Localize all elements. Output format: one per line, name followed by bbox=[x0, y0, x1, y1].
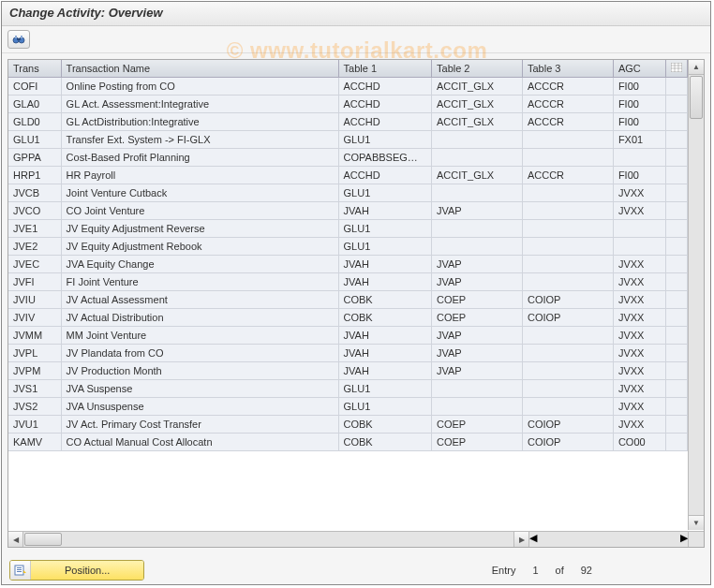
cell-t3[interactable] bbox=[522, 220, 613, 238]
cell-t3[interactable] bbox=[522, 202, 613, 220]
cell-t1[interactable]: COBK bbox=[338, 416, 431, 434]
cell-t3[interactable] bbox=[522, 273, 613, 291]
cell-agc[interactable]: JVXX bbox=[613, 309, 665, 327]
vertical-scrollbar[interactable]: ▲ ▼ bbox=[688, 60, 704, 530]
table-row[interactable]: JVS2JVA UnsuspenseGLU1JVXX bbox=[8, 398, 688, 416]
cell-t3[interactable]: COIOP bbox=[522, 434, 613, 451]
cell-name[interactable]: MM Joint Venture bbox=[61, 327, 338, 345]
cell-t2[interactable]: JVAP bbox=[432, 256, 523, 273]
cell-t3[interactable]: COIOP bbox=[522, 291, 613, 309]
cell-t1[interactable]: GLU1 bbox=[338, 131, 431, 149]
cell-t2[interactable]: ACCIT_GLX bbox=[432, 113, 523, 131]
cell-name[interactable]: JV Production Month bbox=[61, 362, 338, 380]
cell-name[interactable]: GL Act. Assessment:Integrative bbox=[61, 96, 338, 113]
cell-agc[interactable]: CO00 bbox=[613, 434, 665, 451]
cell-trans[interactable]: JVS1 bbox=[8, 380, 61, 398]
cell-agc[interactable]: FI00 bbox=[613, 167, 665, 184]
find-button[interactable] bbox=[7, 30, 30, 49]
cell-name[interactable]: JV Actual Distribution bbox=[61, 309, 338, 327]
col-header-end[interactable] bbox=[666, 60, 688, 78]
cell-t3[interactable] bbox=[522, 345, 613, 362]
cell-name[interactable]: CO Joint Venture bbox=[61, 202, 338, 220]
table-row[interactable]: JVFIFI Joint VentureJVAHJVAPJVXX bbox=[8, 273, 688, 291]
cell-t2[interactable] bbox=[432, 131, 523, 149]
cell-agc[interactable]: JVXX bbox=[613, 184, 665, 202]
cell-name[interactable]: JV Equity Adjustment Rebook bbox=[61, 238, 338, 256]
cell-t1[interactable]: COBK bbox=[338, 434, 431, 451]
table-row[interactable]: JVECJVA Equity ChangeJVAHJVAPJVXX bbox=[8, 256, 688, 273]
cell-t1[interactable]: COBK bbox=[338, 291, 431, 309]
cell-t2[interactable] bbox=[432, 220, 523, 238]
cell-t1[interactable]: JVAH bbox=[338, 345, 431, 362]
position-button[interactable]: Position... bbox=[9, 560, 144, 581]
table-row[interactable]: JVIVJV Actual DistributionCOBKCOEPCOIOPJ… bbox=[8, 309, 688, 327]
cell-trans[interactable]: GLU1 bbox=[8, 131, 61, 149]
cell-trans[interactable]: JVE2 bbox=[8, 238, 61, 256]
col-header-trans[interactable]: Trans bbox=[8, 60, 61, 78]
cell-trans[interactable]: JVMM bbox=[8, 327, 61, 345]
scroll-up-button[interactable]: ▲ bbox=[689, 60, 704, 75]
cell-t2[interactable]: ACCIT_GLX bbox=[432, 96, 523, 113]
cell-t3[interactable] bbox=[522, 131, 613, 149]
table-row[interactable]: KAMVCO Actual Manual Cost AllocatnCOBKCO… bbox=[8, 434, 688, 451]
cell-agc[interactable]: JVXX bbox=[613, 345, 665, 362]
cell-trans[interactable]: JVPL bbox=[8, 345, 61, 362]
col-header-t2[interactable]: Table 2 bbox=[432, 60, 523, 78]
horizontal-scrollbar-left[interactable]: ◀ ▶ bbox=[8, 531, 528, 547]
cell-t1[interactable]: COBK bbox=[338, 309, 431, 327]
cell-t3[interactable] bbox=[522, 327, 613, 345]
cell-name[interactable]: JV Actual Assessment bbox=[61, 291, 338, 309]
cell-name[interactable]: Joint Venture Cutback bbox=[61, 184, 338, 202]
table-row[interactable]: JVCOCO Joint VentureJVAHJVAPJVXX bbox=[8, 202, 688, 220]
cell-t3[interactable]: COIOP bbox=[522, 416, 613, 434]
cell-t1[interactable]: ACCHD bbox=[338, 96, 431, 113]
cell-agc[interactable]: JVXX bbox=[613, 327, 665, 345]
table-row[interactable]: JVE2JV Equity Adjustment RebookGLU1 bbox=[8, 238, 688, 256]
table-row[interactable]: GLD0GL ActDistribution:IntegrativeACCHDA… bbox=[8, 113, 688, 131]
cell-t3[interactable]: COIOP bbox=[522, 309, 613, 327]
table-row[interactable]: GLA0GL Act. Assessment:IntegrativeACCHDA… bbox=[8, 96, 688, 113]
scroll-down-button[interactable]: ▼ bbox=[689, 515, 704, 530]
cell-t2[interactable]: ACCIT_GLX bbox=[432, 78, 523, 96]
col-header-name[interactable]: Transaction Name bbox=[61, 60, 338, 78]
cell-trans[interactable]: JVU1 bbox=[8, 416, 61, 434]
table-row[interactable]: GLU1Transfer Ext. System -> FI-GLXGLU1FX… bbox=[8, 131, 688, 149]
cell-t1[interactable]: JVAH bbox=[338, 362, 431, 380]
cell-t2[interactable] bbox=[432, 238, 523, 256]
table-row[interactable]: JVPLJV Plandata from COJVAHJVAPJVXX bbox=[8, 345, 688, 362]
cell-agc[interactable]: JVXX bbox=[613, 256, 665, 273]
table-row[interactable]: HRP1HR PayrollACCHDACCIT_GLXACCCRFI00 bbox=[8, 167, 688, 184]
horizontal-scrollbar-right[interactable]: ◀ ▶ bbox=[528, 531, 688, 547]
cell-trans[interactable]: GPPA bbox=[8, 149, 61, 167]
cell-t1[interactable]: JVAH bbox=[338, 273, 431, 291]
table-row[interactable]: JVPMJV Production MonthJVAHJVAPJVXX bbox=[8, 362, 688, 380]
table-row[interactable]: COFIOnline Posting from COACCHDACCIT_GLX… bbox=[8, 78, 688, 96]
table-row[interactable]: GPPACost-Based Profit PlanningCOPABBSEG… bbox=[8, 149, 688, 167]
hscroll-thumb[interactable] bbox=[24, 533, 62, 546]
cell-t2[interactable]: COEP bbox=[432, 291, 523, 309]
cell-trans[interactable]: JVS2 bbox=[8, 398, 61, 416]
cell-t3[interactable]: ACCCR bbox=[522, 96, 613, 113]
cell-name[interactable]: JVA Equity Change bbox=[61, 256, 338, 273]
cell-name[interactable]: CO Actual Manual Cost Allocatn bbox=[61, 434, 338, 451]
cell-agc[interactable] bbox=[613, 149, 665, 167]
cell-t3[interactable]: ACCCR bbox=[522, 78, 613, 96]
scroll-left-button-2[interactable]: ◀ bbox=[529, 532, 537, 547]
cell-t3[interactable] bbox=[522, 380, 613, 398]
cell-t3[interactable] bbox=[522, 149, 613, 167]
cell-t2[interactable] bbox=[432, 380, 523, 398]
table-row[interactable]: JVCBJoint Venture CutbackGLU1JVXX bbox=[8, 184, 688, 202]
cell-t1[interactable]: COPABBSEG… bbox=[338, 149, 431, 167]
cell-trans[interactable]: JVE1 bbox=[8, 220, 61, 238]
table-row[interactable]: JVS1JVA SuspenseGLU1JVXX bbox=[8, 380, 688, 398]
cell-agc[interactable]: JVXX bbox=[613, 398, 665, 416]
col-header-t1[interactable]: Table 1 bbox=[338, 60, 431, 78]
cell-agc[interactable] bbox=[613, 220, 665, 238]
cell-name[interactable]: JVA Suspense bbox=[61, 380, 338, 398]
cell-t3[interactable] bbox=[522, 398, 613, 416]
cell-t3[interactable] bbox=[522, 362, 613, 380]
col-header-t3[interactable]: Table 3 bbox=[522, 60, 613, 78]
cell-t3[interactable]: ACCCR bbox=[522, 113, 613, 131]
cell-agc[interactable]: JVXX bbox=[613, 291, 665, 309]
cell-t2[interactable]: JVAP bbox=[432, 202, 523, 220]
